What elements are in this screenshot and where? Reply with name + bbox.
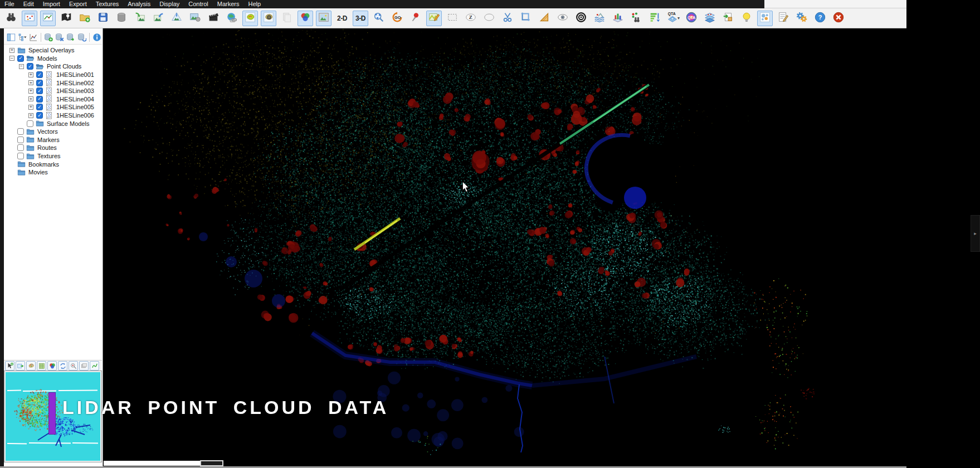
open-project-button[interactable] [77,11,92,26]
flood-tool-button[interactable] [592,11,607,26]
target-point-button[interactable] [573,11,589,26]
tree-item-1hesline005[interactable]: +✓1HESLine005 [4,103,102,111]
archive-button[interactable] [114,11,129,26]
statistics-button[interactable] [610,11,626,26]
exit-button[interactable] [831,11,846,26]
visibility-checkbox[interactable] [17,144,24,151]
horizontal-scrollbar[interactable] [104,460,223,466]
view-mode-button[interactable] [17,31,27,43]
expand-toggle[interactable]: + [28,105,33,110]
find-button[interactable] [3,11,19,26]
export-model-button[interactable] [66,31,76,43]
help-button[interactable]: ? [812,11,828,26]
menu-item-display[interactable]: Display [155,0,184,8]
tree-item-1hesline002[interactable]: +✓1HESLine002 [4,79,102,87]
ellipse-select-button[interactable] [481,11,497,26]
layer-manager-button[interactable] [702,11,718,26]
qta-builder-button[interactable]: QTA▾ [665,11,681,26]
legend-button[interactable] [757,11,773,26]
layer-stats-button[interactable] [28,31,38,43]
visibility-checkbox[interactable]: ✓ [36,112,43,119]
movie-maker-button[interactable] [206,11,221,26]
measure-button[interactable] [537,11,552,26]
export-view-button[interactable] [720,11,736,26]
snapshot-layers-button[interactable] [79,361,89,370]
menu-item-file[interactable]: File [0,0,19,8]
visibility-checkbox[interactable]: ✓ [27,63,33,70]
add-model-button[interactable] [43,31,53,43]
visibility-button[interactable] [555,11,571,26]
zoom-pointer-button[interactable] [69,361,78,370]
visibility-checkbox[interactable]: ✓ [36,71,43,78]
collapse-toggle[interactable]: − [19,64,24,69]
visibility-checkbox[interactable]: ✓ [36,96,43,103]
drop-pin-button[interactable] [408,11,423,26]
scrollbar-thumb[interactable] [200,460,223,466]
scrollbar-track[interactable] [104,461,200,466]
color-channels-button[interactable] [298,11,313,26]
duplicate-button[interactable] [279,11,295,26]
menu-item-import[interactable]: Import [38,0,65,8]
menu-item-textures[interactable]: Textures [91,0,124,8]
view-profile-button[interactable] [40,11,56,26]
color-balance-button[interactable] [47,361,57,370]
save-button[interactable] [95,11,111,26]
visibility-checkbox[interactable]: ✓ [17,55,24,62]
import-terrain-button[interactable] [132,11,148,26]
visibility-checkbox[interactable]: ✓ [36,87,43,94]
color-by-elevation-button[interactable] [242,11,258,26]
texture-overlay-button[interactable] [316,11,331,26]
menu-item-edit[interactable]: Edit [19,0,38,8]
tree-item-1hesline004[interactable]: +✓1HESLine004 [4,95,102,104]
qta-viewer-button[interactable]: QTA [684,11,699,26]
menu-item-help[interactable]: Help [244,0,266,8]
tips-button[interactable] [739,11,754,26]
add-selection-button[interactable] [5,361,14,370]
cut-points-button[interactable] [500,11,515,26]
grid-texture-button[interactable] [37,361,46,370]
tree-item-bookmarks[interactable]: Bookmarks [4,160,102,168]
profile-tool-button[interactable] [90,361,99,370]
remove-model-button[interactable] [55,31,65,43]
georeference-image-button[interactable] [187,11,203,26]
menu-item-export[interactable]: Export [65,0,91,8]
select-region-button[interactable] [445,11,460,26]
tree-item-special-overlays[interactable]: +Special Overlays [4,46,102,55]
expand-toggle[interactable]: + [28,96,33,101]
annotations-button[interactable] [776,11,791,26]
tree-item-routes[interactable]: Routes [4,144,102,152]
tree-item-movies[interactable]: Movies [4,168,102,177]
view-3d-button[interactable]: 3-D [353,11,368,26]
visibility-checkbox[interactable] [17,136,24,143]
tree-item-textures[interactable]: Textures [4,152,102,160]
gps-map-button[interactable] [58,11,74,26]
model-info-button[interactable] [92,31,102,43]
tree-item-vectors[interactable]: Vectors [4,128,102,136]
view-2d-button[interactable]: 2-D [334,11,350,26]
export-overview-button[interactable] [16,361,25,370]
panel-toggle-button[interactable] [6,31,16,43]
tree-item-models[interactable]: −✓Models [4,55,102,63]
z-constraint-button[interactable]: Z [463,11,479,26]
view-point-markers-button[interactable] [22,11,37,26]
reload-model-button[interactable] [77,31,87,43]
expand-toggle[interactable]: + [9,48,14,53]
color-by-intensity-button[interactable] [261,11,276,26]
menu-item-markers[interactable]: Markers [213,0,244,8]
refresh-overview-button[interactable] [58,361,67,370]
visibility-checkbox[interactable] [17,128,24,135]
visibility-checkbox[interactable]: ✓ [36,80,43,86]
visibility-checkbox[interactable] [27,120,33,127]
tree-item-surface-models[interactable]: Surface Models [4,119,102,128]
tree-item-markers[interactable]: Markers [4,136,102,144]
menu-item-analysis[interactable]: Analysis [123,0,155,8]
crop-region-button[interactable] [518,11,534,26]
edit-map-button[interactable] [426,11,442,26]
settings-button[interactable] [794,11,810,26]
visibility-checkbox[interactable]: ✓ [36,104,43,110]
expand-toggle[interactable]: + [28,80,33,85]
tree-item-point-clouds[interactable]: −✓Point Clouds [4,62,102,71]
decimate-button[interactable] [647,11,662,26]
visibility-checkbox[interactable] [17,153,24,159]
expand-toggle[interactable]: + [28,113,33,118]
